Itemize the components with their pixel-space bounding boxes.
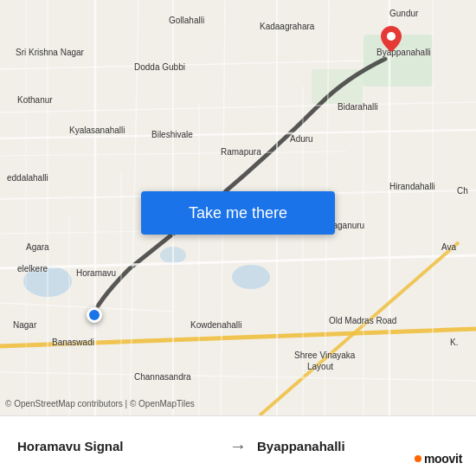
moovit-logo: moovit (415, 452, 462, 466)
svg-line-7 (0, 130, 476, 138)
origin-marker (87, 307, 102, 323)
arrow-icon: → (229, 436, 247, 456)
svg-line-14 (0, 102, 476, 113)
svg-line-16 (130, 0, 138, 415)
moovit-dot (415, 455, 421, 462)
svg-line-5 (0, 329, 476, 346)
route-from: Horamavu Signal (17, 439, 219, 453)
map-container: GollahalliKadaagraharaGundurSri Krishna … (0, 0, 476, 415)
destination-marker (381, 26, 402, 55)
moovit-text: moovit (424, 452, 462, 466)
svg-line-22 (0, 372, 476, 381)
take-me-there-button[interactable]: Take me there (141, 191, 335, 235)
svg-point-31 (387, 32, 396, 41)
svg-line-13 (0, 61, 363, 69)
svg-line-6 (0, 255, 476, 268)
svg-point-1 (232, 265, 270, 289)
bottom-bar: Horamavu Signal → Byappanahalli moovit (0, 415, 476, 476)
map-attribution: © OpenStreetMap contributors | © OpenMap… (0, 399, 476, 408)
